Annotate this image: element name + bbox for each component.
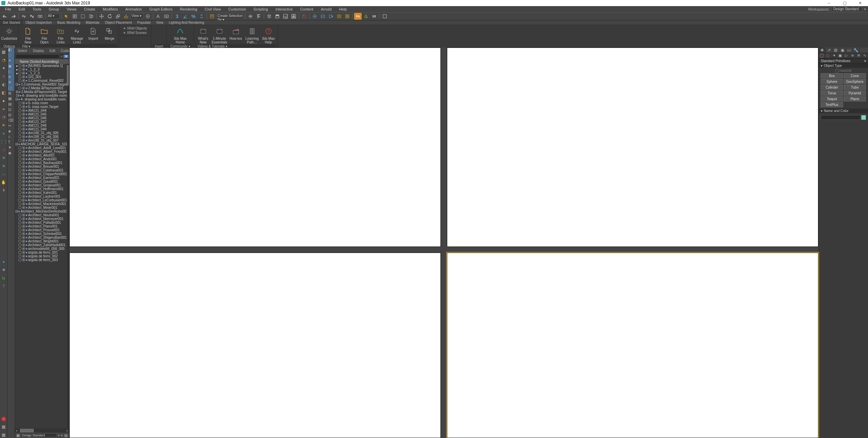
visibility-icon[interactable] <box>18 251 21 254</box>
placement-button[interactable] <box>122 13 130 20</box>
curve-editor-button[interactable] <box>282 13 289 20</box>
viewport-layout-icon[interactable]: ▦ <box>1 49 7 55</box>
freeze-icon[interactable] <box>22 150 25 153</box>
filter-type-icon-9[interactable]: ▦ <box>8 96 14 102</box>
freeze-icon[interactable] <box>22 165 25 168</box>
freeze-icon[interactable] <box>22 206 25 209</box>
visibility-icon[interactable] <box>18 214 21 217</box>
filter-type-icon-7[interactable]: ▢ <box>8 86 14 91</box>
freeze-icon[interactable] <box>22 221 25 224</box>
select-region-button[interactable] <box>79 13 87 20</box>
primitive-pyramid-button[interactable]: Pyramid <box>844 91 866 96</box>
primitive-torus-button[interactable]: Torus <box>821 91 843 96</box>
visibility-icon[interactable] <box>18 232 21 235</box>
menu-interactive[interactable]: Interactive <box>273 7 296 12</box>
scene-row[interactable]: ■Architect_Alto001 <box>15 153 67 157</box>
scene-row[interactable]: ▸■_1_2_3 <box>15 68 67 71</box>
scene-row[interactable]: ■Architect_Prouve001 <box>15 228 67 232</box>
filter-type-icon-6[interactable]: ✲ <box>8 80 14 86</box>
link-button[interactable] <box>20 13 28 20</box>
snap-vertex-icon[interactable]: ✦ <box>1 65 7 71</box>
freeze-icon[interactable] <box>17 98 18 101</box>
visibility-icon[interactable] <box>18 247 21 250</box>
visibility-icon[interactable] <box>16 94 17 97</box>
magnet-icon[interactable]: ⊃ <box>1 147 7 153</box>
viewport-bottom-left[interactable] <box>69 253 441 438</box>
shapes-subtab[interactable]: ◌ <box>825 53 831 58</box>
category-dropdown[interactable]: Standard Primitives▾ <box>819 58 868 63</box>
visibility-icon[interactable] <box>16 98 16 101</box>
filter-type-icon-18[interactable]: ▼ <box>8 145 14 151</box>
sphere-brown-icon[interactable]: ● <box>1 106 7 112</box>
ribbon-btn-3ds-max[interactable]: ?3ds MaxHelp <box>261 26 276 44</box>
scene-vscrollbar[interactable] <box>67 64 69 428</box>
primitive-teapot-button[interactable]: Teapot <box>821 96 843 102</box>
visibility-icon[interactable] <box>18 124 21 127</box>
filter-type-icon-0[interactable]: ◧ <box>8 48 14 53</box>
freeze-icon[interactable] <box>22 146 25 149</box>
scene-row[interactable]: ■Architect_Mackintosh001 <box>15 202 67 206</box>
filter-type-icon-17[interactable]: T <box>8 140 14 145</box>
sun-icon[interactable]: ☀ <box>1 122 7 128</box>
visibility-icon[interactable] <box>18 169 21 172</box>
visibility-icon[interactable] <box>18 229 21 232</box>
visibility-icon[interactable] <box>18 176 21 179</box>
scene-row[interactable]: ■Architect_Piano001 <box>15 224 67 228</box>
workspace-dropdown-icon[interactable]: ▾ <box>864 7 866 11</box>
scene-row[interactable]: ■Architect_Meier001 <box>15 206 67 209</box>
freeze-icon[interactable] <box>22 191 25 194</box>
scene-row[interactable]: ■Am188_31_obj_005 <box>15 131 67 135</box>
scene-row[interactable]: ■AM121_047 <box>15 120 67 124</box>
scene-row[interactable]: ■Architect_LeCorbusier001 <box>15 198 67 202</box>
forest-pack-button[interactable]: Fo <box>354 13 362 20</box>
visibility-icon[interactable] <box>18 217 21 220</box>
scale-button[interactable] <box>114 13 122 20</box>
menu-help[interactable]: Help <box>336 7 350 12</box>
plane-icon[interactable]: ▭ <box>1 171 7 177</box>
freeze-icon[interactable] <box>22 184 25 187</box>
menu-group[interactable]: Group <box>46 7 62 12</box>
scene-filter-input[interactable] <box>16 54 59 59</box>
freeze-icon[interactable] <box>22 158 25 161</box>
name-color-rollout-header[interactable]: ▾Name and Color <box>819 109 868 113</box>
ribbon-tab-basic-modeling[interactable]: Basic Modeling <box>54 20 83 25</box>
freeze-icon[interactable] <box>22 176 25 179</box>
menu-content[interactable]: Content <box>297 7 316 12</box>
expand-icon[interactable]: ▸ <box>16 68 18 71</box>
visibility-icon[interactable] <box>18 154 21 157</box>
select-by-name-button[interactable] <box>71 13 79 20</box>
visibility-icon[interactable] <box>18 221 21 224</box>
forest-tree-icon[interactable] <box>362 13 370 20</box>
visibility-icon[interactable] <box>16 143 16 146</box>
help-icon[interactable]: ? <box>1 283 7 289</box>
freeze-icon[interactable] <box>17 90 18 93</box>
ribbon-btn-1-minute[interactable]: 1-MinuteEssentials <box>212 26 227 44</box>
primitive-cone-button[interactable]: Cone <box>844 73 866 78</box>
freeze-icon[interactable] <box>22 202 25 205</box>
visibility-icon[interactable] <box>16 90 17 93</box>
filter-type-icon-15[interactable]: ◈ <box>8 129 14 134</box>
virus-icon[interactable]: ✹ <box>1 267 7 273</box>
ribbon-stack-item[interactable]: ✶ XRef Objects <box>123 26 147 30</box>
primitive-geosphere-button[interactable]: GeoSphere <box>844 79 866 84</box>
schematic-view-button[interactable] <box>290 13 297 20</box>
visibility-icon[interactable] <box>18 128 21 131</box>
object-type-rollout-header[interactable]: ▾Object Type <box>819 63 868 68</box>
freeze-icon[interactable] <box>22 154 25 157</box>
filter-type-icon-16[interactable]: ⌂ <box>8 134 14 140</box>
freeze-icon[interactable] <box>22 258 25 261</box>
layer-explorer-button[interactable] <box>265 13 273 20</box>
geometry-subtab[interactable]: ◯ <box>819 53 825 58</box>
visibility-icon[interactable] <box>18 191 21 194</box>
visibility-icon[interactable] <box>18 236 21 239</box>
three-green-icon[interactable]: I₃ <box>1 275 7 281</box>
freeze-icon[interactable] <box>22 64 25 67</box>
primitive-box-button[interactable]: Box <box>821 73 843 78</box>
filter-type-icon-5[interactable]: ≋ <box>8 75 14 80</box>
freeze-icon[interactable] <box>22 139 25 142</box>
freeze-icon[interactable] <box>22 79 25 82</box>
systems-subtab[interactable]: ✲ <box>855 53 862 58</box>
scene-row[interactable]: ■Architect_ShigeruBan001 <box>15 236 67 239</box>
visibility-icon[interactable] <box>18 64 21 67</box>
freeze-icon[interactable] <box>22 161 25 164</box>
